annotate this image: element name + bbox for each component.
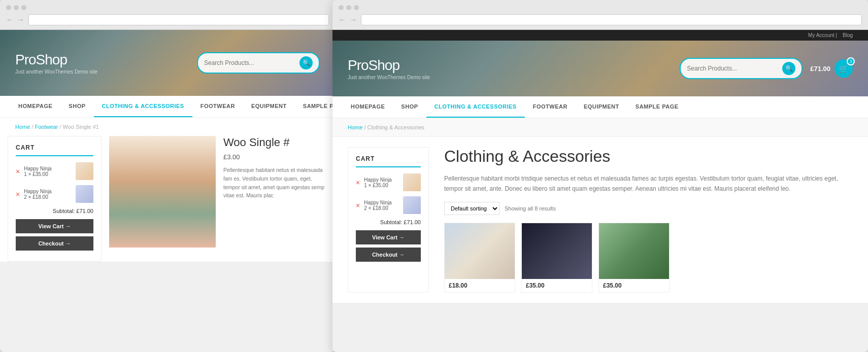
product-image-1 <box>109 136 216 248</box>
nav-shop-1[interactable]: SHOP <box>60 96 93 117</box>
nav-clothing-2[interactable]: CLOTHING & ACCESSORIES <box>426 96 525 118</box>
cart-title-2: CART <box>356 155 421 167</box>
view-cart-btn-2[interactable]: View Cart → <box>356 230 421 244</box>
product-area-1: CART × Happy Ninja 1 × £35.00 × Happy Ni… <box>0 136 335 262</box>
breadcrumb-current-2: Clothing & Accessories <box>368 124 425 130</box>
cart-item-info-2b: Happy Ninja 2 × £18.00 <box>364 200 399 211</box>
subtotal-label-1: Subtotal: <box>53 208 75 214</box>
logo-1: ProShop <box>15 52 97 68</box>
cart-subtotal-2: Subtotal: £71.00 <box>356 219 421 225</box>
cart-item-thumb-2b <box>403 196 421 214</box>
nav-footwear-2[interactable]: FOOTWEAR <box>525 96 576 118</box>
sorting-bar-2: Default sorting Showing all 8 results <box>444 202 853 215</box>
cart-subtotal-1: Subtotal: £71.00 <box>16 208 93 214</box>
nav-clothing-1[interactable]: CLOTHING & ACCESSORIES <box>94 96 192 117</box>
forward-arrow-2[interactable]: → <box>350 16 357 24</box>
checkout-btn-2[interactable]: Checkout → <box>356 248 421 262</box>
nav-equipment-1[interactable]: EQUIPMENT <box>243 96 295 117</box>
product-card-image-3 <box>599 223 669 279</box>
cart-remove-2b[interactable]: × <box>356 201 360 209</box>
search-button-1[interactable]: 🔍 <box>299 56 313 69</box>
address-bar-2[interactable] <box>361 14 862 25</box>
category-content-2: CART × Happy Ninja 1 × £35.00 × Happy Ni… <box>332 137 868 303</box>
breadcrumb-footwear-1[interactable]: Footwear <box>35 124 58 130</box>
browser-window-2: ← → My Account | Blog ProShop Just anoth… <box>332 0 868 352</box>
forward-arrow-1[interactable]: → <box>17 16 24 24</box>
breadcrumb-current-1: Woo Single #1 <box>63 124 99 130</box>
product-card-image-1 <box>445 223 515 279</box>
dot-green <box>21 5 26 10</box>
logo-area-2: ProShop Just another WooThemes Demo site <box>348 57 430 80</box>
subtotal-value-1: £71.00 <box>76 208 93 214</box>
nav-list-2: HOMEPAGE SHOP CLOTHING & ACCESSORIES FOO… <box>343 96 858 118</box>
browser-nav-2: ← → <box>339 14 862 25</box>
cart-total-2: £71.00 <box>810 65 830 73</box>
cart-item-thumb-2 <box>76 185 93 203</box>
nav-sample-1[interactable]: SAMPLE PAGE <box>295 96 335 117</box>
back-arrow-1[interactable]: ← <box>6 16 13 24</box>
top-bar-2: My Account | Blog <box>332 30 868 41</box>
category-main-2: Clothing & Accessories Pellentesque habi… <box>444 147 853 293</box>
logo-light-1: Shop <box>36 52 67 67</box>
cart-remove-2[interactable]: × <box>16 190 20 198</box>
cart-item-qty-2a: 1 × £35.00 <box>364 183 399 188</box>
dot-green-2 <box>354 5 359 10</box>
category-desc-2: Pellentesque habitant morbi tristique se… <box>444 173 853 194</box>
breadcrumb-home-1[interactable]: Home <box>15 124 30 130</box>
cart-remove-2a[interactable]: × <box>356 179 360 187</box>
nav-equipment-2[interactable]: EQUIPMENT <box>576 96 627 118</box>
cart-item-name-1: Happy Ninja <box>24 166 72 171</box>
cart-remove-1[interactable]: × <box>16 167 20 175</box>
cart-item-name-2: Happy Ninja <box>24 189 72 194</box>
nav-footwear-1[interactable]: FOOTWEAR <box>192 96 243 117</box>
logo-light-2: Shop <box>369 57 399 73</box>
nav-homepage-2[interactable]: HOMEPAGE <box>343 96 393 118</box>
breadcrumb-home-2[interactable]: Home <box>348 124 362 130</box>
results-count-2: Showing all 8 results <box>505 205 556 212</box>
checkout-btn-1[interactable]: Checkout → <box>16 236 93 251</box>
logo-area-1: ProShop Just another WooThemes Demo site <box>15 52 97 75</box>
dot-yellow <box>14 5 19 10</box>
cart-sidebar-2: CART × Happy Ninja 1 × £35.00 × Happy Ni… <box>348 147 429 293</box>
product-card-1: £18.00 <box>444 223 515 293</box>
browser-chrome-1: ← → <box>0 0 335 30</box>
sort-select-2[interactable]: Default sorting <box>444 202 499 215</box>
cart-item-2b: × Happy Ninja 2 × £18.00 <box>356 196 421 214</box>
back-arrow-2[interactable]: ← <box>339 16 346 24</box>
nav-homepage-1[interactable]: HOMEPAGE <box>10 96 60 117</box>
nav-shop-2[interactable]: SHOP <box>393 96 426 118</box>
logo-bold-1: Pro <box>15 52 36 67</box>
product-desc-1: Pellentesque habitant netus et malesuada… <box>223 166 327 200</box>
cart-item-thumb-1 <box>76 162 93 180</box>
product-title-1: Woo Single # <box>223 136 327 149</box>
subtotal-value-2: £71.00 <box>404 219 421 225</box>
header-content-2: ProShop Just another WooThemes Demo site… <box>332 41 868 96</box>
cart-item-info-2: Happy Ninja 2 × £18.00 <box>24 189 72 200</box>
category-title-2: Clothing & Accessories <box>444 147 853 166</box>
site-nav-1: HOMEPAGE SHOP CLOTHING & ACCESSORIES FOO… <box>0 96 335 118</box>
cart-icon-area-2: £71.00 🛒 3 <box>810 59 853 78</box>
blog-link[interactable]: Blog <box>843 32 853 38</box>
search-input-1[interactable] <box>204 59 295 66</box>
product-card-price-1: £18.00 <box>445 279 515 292</box>
product-card-image-2 <box>522 223 592 279</box>
cart-item-qty-1: 1 × £35.00 <box>24 171 72 177</box>
cart-icon-btn-2[interactable]: 🛒 3 <box>834 59 853 78</box>
dot-yellow-2 <box>346 5 351 10</box>
cart-item-1: × Happy Ninja 1 × £35.00 <box>16 162 93 180</box>
search-input-2[interactable] <box>687 65 778 72</box>
cart-item-qty-2b: 2 × £18.00 <box>364 205 399 211</box>
cart-title-1: CART <box>16 144 93 156</box>
product-grid-2: £18.00 £35.00 £35.00 <box>444 223 853 293</box>
cart-item-name-2a: Happy Ninja <box>364 177 399 183</box>
my-account-link[interactable]: My Account <box>808 32 834 38</box>
nav-sample-2[interactable]: SAMPLE PAGE <box>627 96 687 118</box>
cart-item-thumb-2a <box>403 173 421 191</box>
dot-red <box>6 5 11 10</box>
address-bar-1[interactable] <box>28 14 329 25</box>
search-button-2[interactable]: 🔍 <box>782 62 795 75</box>
logo-2: ProShop <box>348 57 430 74</box>
view-cart-btn-1[interactable]: View Cart → <box>16 219 93 233</box>
product-card-2: £35.00 <box>521 223 592 293</box>
cart-item-2a: × Happy Ninja 1 × £35.00 <box>356 173 421 191</box>
